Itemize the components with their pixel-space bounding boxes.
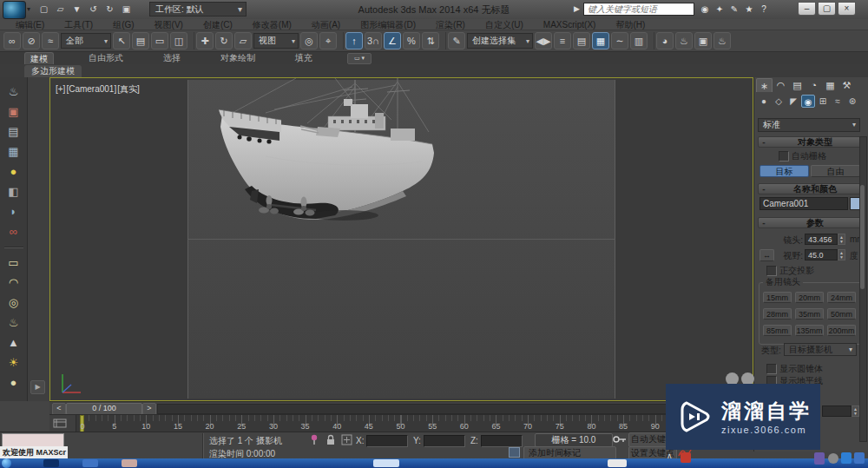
tray-shirt-icon[interactable] (841, 452, 852, 464)
tab-populate[interactable]: 填充 (290, 52, 318, 64)
time-slider[interactable]: 0 / 100 (66, 403, 142, 415)
select-and-link-icon[interactable]: ∞ (3, 32, 21, 49)
cone-icon[interactable]: ▲ (5, 335, 23, 351)
workspace-dropdown[interactable]: 工作区: 默认 (149, 2, 247, 16)
maximize-button[interactable]: ▢ (818, 2, 836, 16)
sphere-icon[interactable]: ● (5, 375, 23, 391)
menu-tools[interactable]: 工具(T) (64, 19, 93, 30)
time-slider-track[interactable] (157, 404, 749, 414)
select-by-name-icon[interactable]: ▤ (132, 32, 149, 49)
cat-spacewarps-icon[interactable]: ≈ (831, 95, 845, 108)
viewport-menu-shading[interactable]: [真实] (117, 84, 140, 94)
cat-geometry-icon[interactable]: ● (757, 95, 771, 108)
redo-icon[interactable]: ↻ (102, 3, 117, 16)
new-scene-icon[interactable]: ▢ (36, 3, 51, 16)
undo-icon[interactable]: ↺ (86, 3, 101, 16)
time-tag-button-icon[interactable] (509, 447, 520, 458)
target-camera-button[interactable]: 目标 (760, 165, 809, 177)
tray-grid-icon[interactable] (854, 452, 865, 464)
y-field[interactable] (424, 435, 465, 447)
windows-taskbar[interactable] (0, 458, 868, 468)
cat-lights-icon[interactable]: ◤ (786, 95, 800, 108)
close-button[interactable]: × (838, 2, 856, 16)
tab-utilities-icon[interactable]: ⚒ (838, 78, 855, 92)
wire-teapot-icon[interactable]: ♨ (5, 315, 23, 331)
camera-viewport[interactable]: [+][Camera001][真实] (49, 77, 753, 401)
communicate-icon[interactable]: ✦ (713, 3, 726, 16)
dome-icon[interactable]: ◠ (5, 275, 23, 291)
mirror-icon[interactable]: ◀▶ (535, 32, 552, 49)
tab-polygon-modeling[interactable]: 多边形建模 (24, 65, 82, 77)
material-editor-icon[interactable]: ◕ (656, 32, 674, 49)
rendered-frame-icon[interactable]: ▣ (694, 32, 712, 49)
tab-object-paint[interactable]: 对象绘制 (215, 52, 260, 64)
lens-20mm-button[interactable]: 20mm (795, 292, 824, 303)
selection-filter-dropdown[interactable]: 全部 (61, 33, 111, 49)
track-bar-ruler[interactable]: 0510152025303540455055606570758085909510… (76, 415, 753, 432)
viewport-menu-plus[interactable]: [+] (56, 84, 65, 94)
tray-headset-icon[interactable] (828, 453, 838, 464)
menu-graph-editors[interactable]: 图形编辑器(D) (360, 19, 416, 30)
render-production-icon[interactable]: ♨ (713, 32, 731, 49)
named-sets-dropdown[interactable]: 创建选择集 (467, 33, 533, 49)
lens-200mm-button[interactable]: 200mm (827, 325, 856, 336)
prev-frame-button[interactable]: < (52, 403, 66, 415)
moon-sphere-icon[interactable]: ◗ (5, 204, 23, 220)
menu-animation[interactable]: 动画(A) (312, 19, 340, 30)
x-field[interactable] (366, 435, 408, 447)
keyboard-override-icon[interactable]: ↑ (345, 32, 363, 49)
lens-35mm-button[interactable]: 35mm (795, 308, 824, 320)
render-teapot-icon[interactable]: ♨ (5, 84, 23, 100)
cat-systems-icon[interactable]: ⊛ (845, 95, 859, 108)
tab-create-icon[interactable]: ∗ (756, 78, 773, 92)
dope-sheet-icon[interactable]: ▥ (630, 32, 648, 49)
tab-hierarchy-icon[interactable]: ▤ (789, 78, 806, 92)
lens-24mm-button[interactable]: 24mm (827, 292, 856, 303)
camera-speaker-icon[interactable]: ◧ (5, 184, 23, 200)
category-dropdown[interactable]: 标准 (758, 118, 860, 132)
tab-display-icon[interactable]: ▦ (822, 78, 838, 92)
percent-snap-icon[interactable]: % (403, 32, 420, 49)
scrollbar-thumb[interactable] (860, 185, 865, 289)
range-field[interactable] (822, 405, 852, 417)
menu-maxscript[interactable]: MAXScript(X) (543, 19, 596, 30)
tab-selection[interactable]: 选择 (158, 52, 186, 64)
cat-cameras-icon[interactable]: ◉ (801, 95, 815, 108)
menu-group[interactable]: 组(G) (113, 19, 134, 30)
select-and-scale-icon[interactable]: ▱ (234, 32, 252, 49)
viewport-menu-camera[interactable]: [Camera001] (66, 84, 116, 94)
time-tag-icon[interactable] (49, 415, 76, 432)
search-input[interactable] (583, 3, 694, 16)
grid-table-icon[interactable]: ▦ (5, 144, 23, 160)
start-button[interactable] (2, 458, 11, 468)
menu-views[interactable]: 视图(V) (155, 19, 183, 30)
lens-field[interactable]: 43.456 (805, 234, 838, 245)
favorites-icon[interactable]: ★ (743, 3, 755, 16)
panel-scrollbar[interactable] (859, 136, 867, 442)
sun-icon[interactable]: ☀ (5, 355, 23, 371)
project-folder-icon[interactable]: ▣ (119, 3, 134, 16)
bind-to-spacewarp-icon[interactable]: ≈ (42, 32, 59, 49)
curve-editor-icon[interactable]: ∼ (611, 32, 628, 49)
menu-modifiers[interactable]: 修改器(M) (253, 19, 292, 30)
glasses-icon[interactable]: ∞ (5, 224, 23, 240)
rollout-name-color[interactable]: - 名称和颜色 (758, 183, 862, 194)
cat-helpers-icon[interactable]: ⊞ (816, 95, 830, 108)
rollout-object-type[interactable]: - 对象类型 (758, 136, 862, 148)
orthographic-checkbox[interactable] (766, 266, 777, 276)
object-name-field[interactable]: Camera001 (760, 197, 848, 210)
fov-field[interactable]: 45.0 (805, 249, 838, 260)
autogrid-checkbox[interactable] (779, 151, 789, 161)
rect-selection-region-icon[interactable]: ▭ (151, 32, 168, 49)
free-camera-button[interactable]: 自由 (811, 165, 860, 177)
pen-icon[interactable]: ✎ (728, 3, 740, 16)
search-flyout-icon[interactable]: ▶ (574, 4, 580, 13)
logo-caret-icon[interactable]: ▾ (27, 5, 30, 13)
open-file-icon[interactable]: ▱ (53, 3, 68, 16)
app-logo-icon[interactable] (3, 1, 26, 19)
schematic-list-icon[interactable]: ▤ (5, 124, 23, 140)
rollout-parameters[interactable]: - 参数 (758, 217, 862, 228)
selection-lock-icon[interactable] (326, 434, 336, 445)
show-cone-checkbox[interactable] (766, 364, 777, 374)
layer-manager-icon[interactable]: ▤ (573, 32, 590, 49)
